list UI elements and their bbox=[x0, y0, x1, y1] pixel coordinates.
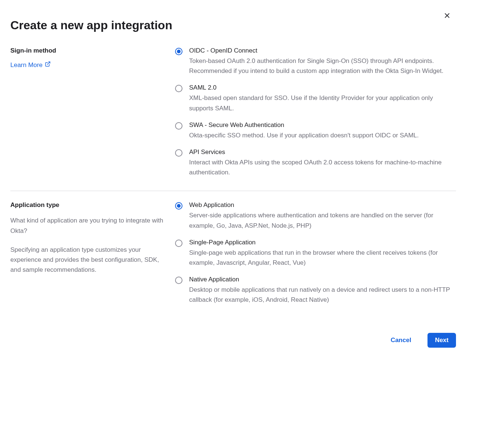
close-button[interactable] bbox=[442, 11, 452, 21]
option-desc: Okta-specific SSO method. Use if your ap… bbox=[189, 130, 456, 140]
radio-oidc[interactable] bbox=[175, 48, 182, 55]
option-desc: Single-page web applications that run in… bbox=[189, 248, 456, 268]
section-signin-left: Sign-in method Learn More bbox=[10, 47, 175, 69]
section-apptype-left: Application type What kind of applicatio… bbox=[10, 201, 175, 284]
option-desc: Interact with Okta APIs using the scoped… bbox=[189, 157, 456, 177]
option-desc: XML-based open standard for SSO. Use if … bbox=[189, 93, 456, 113]
signin-options: OIDC - OpenID Connect Token-based OAuth … bbox=[175, 47, 456, 177]
option-body: Single-Page Application Single-page web … bbox=[189, 239, 456, 268]
section-application-type: Application type What kind of applicatio… bbox=[10, 191, 456, 318]
option-title: OIDC - OpenID Connect bbox=[189, 47, 456, 54]
apptype-help-question: What kind of application are you trying … bbox=[10, 215, 164, 235]
option-body: OIDC - OpenID Connect Token-based OAuth … bbox=[189, 47, 456, 76]
apptype-help-note: Specifying an application type customize… bbox=[10, 245, 164, 275]
signin-option-swa[interactable]: SWA - Secure Web Authentication Okta-spe… bbox=[175, 121, 456, 140]
radio-native[interactable] bbox=[175, 277, 182, 284]
external-link-icon bbox=[45, 61, 51, 69]
option-title: Native Application bbox=[189, 276, 456, 283]
signin-option-oidc[interactable]: OIDC - OpenID Connect Token-based OAuth … bbox=[175, 47, 456, 76]
radio-web[interactable] bbox=[175, 202, 182, 210]
option-body: API Services Interact with Okta APIs usi… bbox=[189, 148, 456, 177]
radio-spa[interactable] bbox=[175, 240, 182, 247]
option-title: Web Application bbox=[189, 201, 456, 209]
signin-option-api[interactable]: API Services Interact with Okta APIs usi… bbox=[175, 148, 456, 177]
radio-swa[interactable] bbox=[175, 122, 182, 130]
option-desc: Server-side applications where authentic… bbox=[189, 210, 456, 230]
option-title: SWA - Secure Web Authentication bbox=[189, 121, 456, 129]
dialog-title: Create a new app integration bbox=[10, 7, 456, 47]
learn-more-link[interactable]: Learn More bbox=[10, 61, 51, 69]
radio-api[interactable] bbox=[175, 149, 182, 157]
learn-more-label: Learn More bbox=[10, 61, 43, 69]
apptype-options: Web Application Server-side applications… bbox=[175, 201, 456, 305]
signin-option-saml[interactable]: SAML 2.0 XML-based open standard for SSO… bbox=[175, 84, 456, 113]
option-title: API Services bbox=[189, 148, 456, 156]
apptype-heading: Application type bbox=[10, 201, 164, 209]
close-icon bbox=[444, 12, 450, 20]
apptype-option-spa[interactable]: Single-Page Application Single-page web … bbox=[175, 239, 456, 268]
next-button[interactable]: Next bbox=[427, 333, 456, 348]
option-desc: Token-based OAuth 2.0 authentication for… bbox=[189, 56, 456, 76]
option-body: SAML 2.0 XML-based open standard for SSO… bbox=[189, 84, 456, 113]
option-title: SAML 2.0 bbox=[189, 84, 456, 91]
option-body: SWA - Secure Web Authentication Okta-spe… bbox=[189, 121, 456, 140]
apptype-option-native[interactable]: Native Application Desktop or mobile app… bbox=[175, 276, 456, 305]
dialog-footer: Cancel Next bbox=[10, 318, 456, 348]
radio-saml[interactable] bbox=[175, 85, 182, 92]
option-body: Native Application Desktop or mobile app… bbox=[189, 276, 456, 305]
cancel-button[interactable]: Cancel bbox=[383, 333, 419, 348]
apptype-option-web[interactable]: Web Application Server-side applications… bbox=[175, 201, 456, 230]
option-body: Web Application Server-side applications… bbox=[189, 201, 456, 230]
svg-line-2 bbox=[47, 62, 50, 64]
option-title: Single-Page Application bbox=[189, 239, 456, 246]
signin-heading: Sign-in method bbox=[10, 47, 164, 54]
option-desc: Desktop or mobile applications that run … bbox=[189, 285, 456, 305]
section-signin-method: Sign-in method Learn More OIDC - OpenID … bbox=[10, 47, 456, 191]
